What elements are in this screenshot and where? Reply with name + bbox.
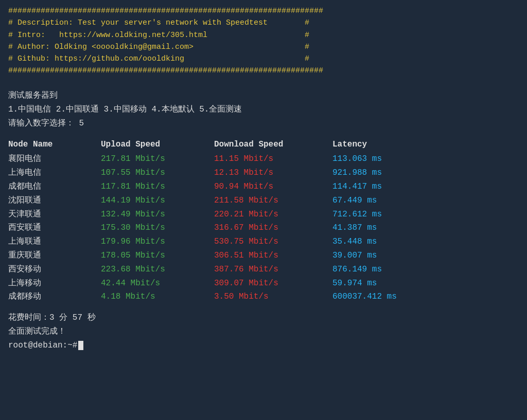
table-row: 重庆联通178.05 Mbit/s306.51 Mbit/s39.007 ms [8, 249, 519, 262]
node-name: 襄阳电信 [8, 153, 101, 166]
cursor [78, 341, 83, 350]
latency-value: 59.974 ms [332, 277, 446, 290]
col-download: Download Speed [214, 138, 332, 151]
upload-speed-value: 179.96 Mbit/s [101, 235, 214, 248]
table-row: 西安联通175.30 Mbit/s316.67 Mbit/s41.387 ms [8, 222, 519, 234]
node-name: 上海联通 [8, 235, 101, 248]
upload-speed-value: 144.19 Mbit/s [101, 194, 214, 207]
test-done: 全面测试完成！ [8, 325, 519, 338]
table-row: 沈阳联通144.19 Mbit/s211.58 Mbit/s67.449 ms [8, 194, 519, 207]
table-row: 成都移动4.18 Mbit/s3.50 Mbit/s600037.412 ms [8, 290, 519, 303]
table-row: 上海电信107.55 Mbit/s12.13 Mbit/s921.988 ms [8, 167, 519, 179]
node-name: 西安移动 [8, 263, 101, 276]
node-name: 天津联通 [8, 208, 101, 221]
download-speed-value: 90.94 Mbit/s [214, 180, 332, 193]
col-node: Node Name [8, 138, 101, 151]
upload-speed-value: 217.81 Mbit/s [101, 153, 214, 166]
download-speed-value: 530.75 Mbit/s [214, 235, 332, 248]
node-name: 成都电信 [8, 180, 101, 193]
latency-value: 67.449 ms [332, 194, 446, 207]
download-speed-value: 3.50 Mbit/s [214, 290, 332, 303]
download-speed-value: 211.58 Mbit/s [214, 194, 332, 207]
table-row: 西安移动223.68 Mbit/s387.76 Mbit/s876.149 ms [8, 263, 519, 276]
col-upload: Upload Speed [101, 138, 214, 151]
col-latency: Latency [332, 138, 446, 151]
table-row: 成都电信117.81 Mbit/s90.94 Mbit/s114.417 ms [8, 180, 519, 193]
latency-value: 114.417 ms [332, 180, 446, 193]
download-speed-value: 306.51 Mbit/s [214, 249, 332, 262]
latency-value: 39.007 ms [332, 249, 446, 262]
download-speed-value: 316.67 Mbit/s [214, 222, 332, 234]
table-header-row: Node Name Upload Speed Download Speed La… [8, 138, 519, 151]
header-line2: # Intro: https://www.oldking.net/305.htm… [8, 29, 519, 41]
shell-prompt: root@debian:~# [8, 339, 519, 352]
time-elapsed: 花费时间：3 分 57 秒 [8, 312, 519, 324]
latency-value: 921.988 ms [332, 167, 446, 179]
download-speed-value: 387.76 Mbit/s [214, 263, 332, 276]
speed-table: Node Name Upload Speed Download Speed La… [8, 138, 519, 304]
table-row: 天津联通132.49 Mbit/s220.21 Mbit/s712.612 ms [8, 208, 519, 221]
table-body: 襄阳电信217.81 Mbit/s11.15 Mbit/s113.063 ms上… [8, 153, 519, 303]
download-speed-value: 12.13 Mbit/s [214, 167, 332, 179]
table-row: 上海移动42.44 Mbit/s309.07 Mbit/s59.974 ms [8, 277, 519, 290]
node-name: 沈阳联通 [8, 194, 101, 207]
intro-line2: 1.中国电信 2.中国联通 3.中国移动 4.本地默认 5.全面测速 [8, 103, 519, 116]
latency-value: 712.612 ms [332, 208, 446, 221]
upload-speed-value: 178.05 Mbit/s [101, 249, 214, 262]
download-speed-value: 309.07 Mbit/s [214, 277, 332, 290]
intro-line3: 请输入数字选择： 5 [8, 117, 519, 130]
download-speed-value: 11.15 Mbit/s [214, 153, 332, 166]
table-row: 上海联通179.96 Mbit/s530.75 Mbit/s35.448 ms [8, 235, 519, 248]
latency-value: 600037.412 ms [332, 290, 446, 303]
prompt-text: root@debian:~# [8, 339, 77, 352]
table-row: 襄阳电信217.81 Mbit/s11.15 Mbit/s113.063 ms [8, 153, 519, 166]
upload-speed-value: 42.44 Mbit/s [101, 277, 214, 290]
latency-value: 35.448 ms [332, 235, 446, 248]
upload-speed-value: 132.49 Mbit/s [101, 208, 214, 221]
node-name: 成都移动 [8, 290, 101, 303]
header-line3: # Author: Oldking <ooooldking@gmail.com>… [8, 41, 519, 53]
latency-value: 113.063 ms [332, 153, 446, 166]
latency-value: 41.387 ms [332, 222, 446, 234]
intro-line1: 测试服务器到 [8, 89, 519, 102]
upload-speed-value: 4.18 Mbit/s [101, 290, 214, 303]
node-name: 上海移动 [8, 277, 101, 290]
download-speed-value: 220.21 Mbit/s [214, 208, 332, 221]
header-line1: # Description: Test your server's networ… [8, 17, 519, 29]
node-name: 西安联通 [8, 222, 101, 234]
node-name: 重庆联通 [8, 249, 101, 262]
header-line4: # Github: https://github.com/oooldking # [8, 53, 519, 65]
header-border-top: ########################################… [8, 5, 519, 17]
upload-speed-value: 107.55 Mbit/s [101, 167, 214, 179]
latency-value: 876.149 ms [332, 263, 446, 276]
upload-speed-value: 223.68 Mbit/s [101, 263, 214, 276]
node-name: 上海电信 [8, 167, 101, 179]
upload-speed-value: 175.30 Mbit/s [101, 222, 214, 234]
upload-speed-value: 117.81 Mbit/s [101, 180, 214, 193]
header-border-bottom: ########################################… [8, 65, 519, 77]
